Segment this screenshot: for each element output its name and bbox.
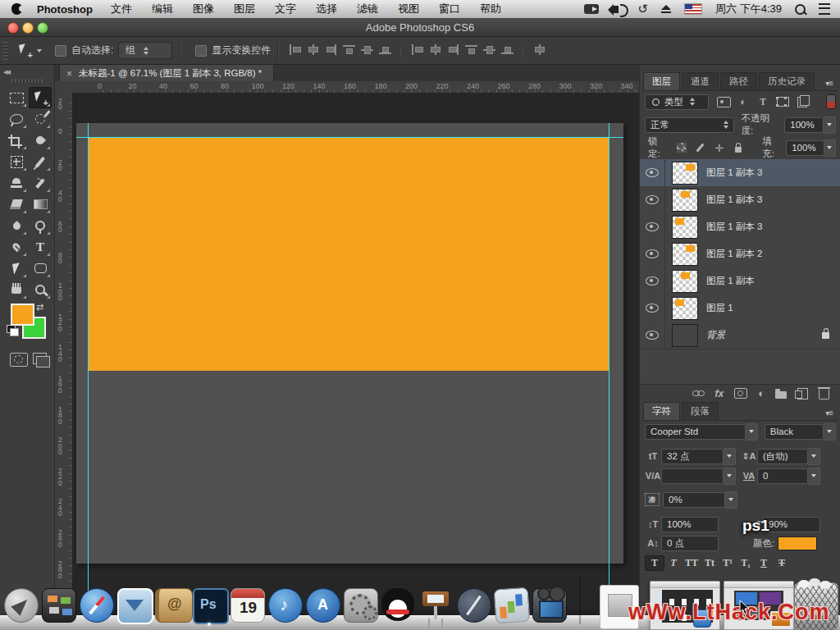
gradient-tool[interactable] xyxy=(29,194,52,215)
delete-layer-icon[interactable] xyxy=(819,390,829,399)
layer-name[interactable]: 图层 1 副本 2 xyxy=(706,248,840,260)
superscript-button[interactable]: T¹ xyxy=(719,556,737,570)
dock-item-mission-control[interactable] xyxy=(39,583,77,626)
dock-item-calendar[interactable]: 19 xyxy=(228,583,266,626)
dock-item-system-preferences[interactable] xyxy=(341,583,379,626)
lock-transparency-icon[interactable] xyxy=(673,141,689,154)
menu-item-5[interactable]: 选择 xyxy=(316,2,337,15)
layer-visibility-cell[interactable] xyxy=(640,240,665,267)
guide-horizontal-top[interactable] xyxy=(76,137,623,138)
font-style-dropdown[interactable]: Black xyxy=(765,424,824,440)
dock-item-contacts[interactable]: @ xyxy=(153,583,190,626)
tracking-dropdown-button[interactable] xyxy=(808,468,820,485)
eye-icon[interactable] xyxy=(646,249,659,258)
opacity-dropdown-button[interactable] xyxy=(824,116,836,134)
blend-mode-dropdown[interactable]: 正常 xyxy=(645,117,734,133)
window-zoom-button[interactable] xyxy=(37,22,48,34)
lock-position-icon[interactable]: ✛ xyxy=(711,141,727,154)
tab-channels[interactable]: 通道 xyxy=(682,72,719,90)
layer-visibility-cell[interactable] xyxy=(640,186,665,213)
menu-item-8[interactable]: 窗口 xyxy=(439,2,460,15)
link-layers-icon[interactable] xyxy=(692,390,704,396)
layer-visibility-cell[interactable] xyxy=(640,159,665,186)
time-machine-icon[interactable]: ↺ xyxy=(638,3,649,15)
all-caps-button[interactable]: TT xyxy=(682,556,701,570)
eject-icon[interactable] xyxy=(661,5,671,13)
lasso-tool[interactable] xyxy=(5,108,28,130)
brush-tool[interactable] xyxy=(29,151,52,172)
eyedropper-tool[interactable] xyxy=(29,130,52,151)
shape-tool[interactable] xyxy=(29,258,52,279)
input-language-flag-icon[interactable] xyxy=(684,3,702,15)
layer-name[interactable]: 图层 1 xyxy=(706,302,840,314)
layer-thumbnail[interactable] xyxy=(672,162,698,185)
horizontal-scale-value[interactable]: 90% xyxy=(763,517,820,532)
lock-all-icon[interactable] xyxy=(730,141,746,154)
layer-row[interactable]: 背景 xyxy=(640,322,840,349)
small-caps-button[interactable]: Tt xyxy=(701,556,719,570)
clone-stamp-tool[interactable] xyxy=(5,172,28,194)
auto-select-checkbox[interactable] xyxy=(55,45,66,57)
eye-icon[interactable] xyxy=(646,276,659,285)
new-adjustment-layer-icon[interactable]: ◐ xyxy=(758,389,765,398)
menu-item-6[interactable]: 滤镜 xyxy=(357,2,378,15)
window-close-button[interactable] xyxy=(7,22,19,34)
vertical-ruler[interactable]: 2002040608010012014016018020022024026028… xyxy=(54,93,73,630)
layer-visibility-cell[interactable] xyxy=(640,267,665,294)
underline-button[interactable]: T xyxy=(755,556,773,570)
move-tool[interactable] xyxy=(29,87,52,108)
layer-row[interactable]: 图层 1 xyxy=(640,294,840,322)
dock-item-itunes[interactable]: ♪ xyxy=(266,583,304,626)
artwork-orange-rectangle[interactable] xyxy=(89,138,609,371)
tools-panel-grip[interactable] xyxy=(11,79,43,82)
menu-item-0[interactable]: 文件 xyxy=(111,2,132,15)
menu-item-3[interactable]: 图层 xyxy=(234,2,255,15)
eye-icon[interactable] xyxy=(646,168,659,177)
collapse-panel-icon[interactable]: ◂◂ xyxy=(3,66,9,77)
layer-row[interactable]: 图层 1 副本 3 xyxy=(640,186,840,214)
layer-row[interactable]: 图层 1 副本 xyxy=(640,267,840,295)
blur-tool[interactable] xyxy=(5,215,28,236)
font-family-dropdown-button[interactable] xyxy=(746,423,758,441)
guide-vertical-left[interactable] xyxy=(88,123,89,630)
dock-item-pages[interactable] xyxy=(454,583,492,626)
tab-close-icon[interactable]: × xyxy=(66,68,72,80)
screen-mode-button[interactable] xyxy=(33,353,47,364)
align-top-edges-icon[interactable] xyxy=(343,44,355,55)
dock-item-app-store[interactable]: A xyxy=(304,583,341,626)
kerning-dropdown-button[interactable] xyxy=(724,468,736,485)
dock-item-keynote[interactable] xyxy=(417,583,454,626)
healing-brush-tool[interactable] xyxy=(5,151,28,172)
distribute-bottom-icon[interactable] xyxy=(447,44,459,55)
font-size-value[interactable]: 32 点 xyxy=(661,449,724,464)
align-h-centers-icon[interactable] xyxy=(307,44,319,55)
volume-icon[interactable] xyxy=(612,6,619,13)
crop-tool[interactable] xyxy=(5,130,28,151)
tool-preset-picker[interactable] xyxy=(13,43,47,58)
tab-paths[interactable]: 路径 xyxy=(720,72,757,90)
proportional-spacing-dropdown-button[interactable] xyxy=(725,491,737,509)
tracking-value[interactable]: 0 xyxy=(757,468,808,484)
panel-menu-icon[interactable]: ▾≡ xyxy=(825,79,838,90)
auto-align-layers-icon[interactable] xyxy=(533,44,546,55)
distribute-left-icon[interactable] xyxy=(465,44,477,55)
app-menu-title[interactable]: Photoshop xyxy=(37,3,93,16)
menu-item-7[interactable]: 视图 xyxy=(398,2,419,15)
leading-value[interactable]: (自动) xyxy=(757,449,808,464)
subscript-button[interactable]: T₁ xyxy=(737,556,755,570)
eraser-tool[interactable] xyxy=(5,194,28,215)
notification-center-icon[interactable] xyxy=(819,3,830,15)
foreground-color-swatch[interactable] xyxy=(11,304,34,326)
eye-icon[interactable] xyxy=(646,331,659,340)
panel-menu-icon[interactable]: ▾≡ xyxy=(825,409,838,420)
type-tool[interactable]: T xyxy=(29,236,52,258)
baseline-shift-value[interactable]: 0 点 xyxy=(661,536,719,551)
filter-type-layers-icon[interactable]: T xyxy=(755,95,771,108)
layer-row[interactable]: 图层 1 副本 2 xyxy=(640,240,840,268)
vertical-scale-value[interactable]: 100% xyxy=(661,517,719,532)
eye-icon[interactable] xyxy=(646,222,659,231)
dock-item-imovie[interactable] xyxy=(530,583,568,626)
layer-visibility-cell[interactable] xyxy=(640,322,665,349)
layer-visibility-cell[interactable] xyxy=(640,213,665,240)
layer-filter-type-dropdown[interactable]: 类型 xyxy=(645,94,709,110)
